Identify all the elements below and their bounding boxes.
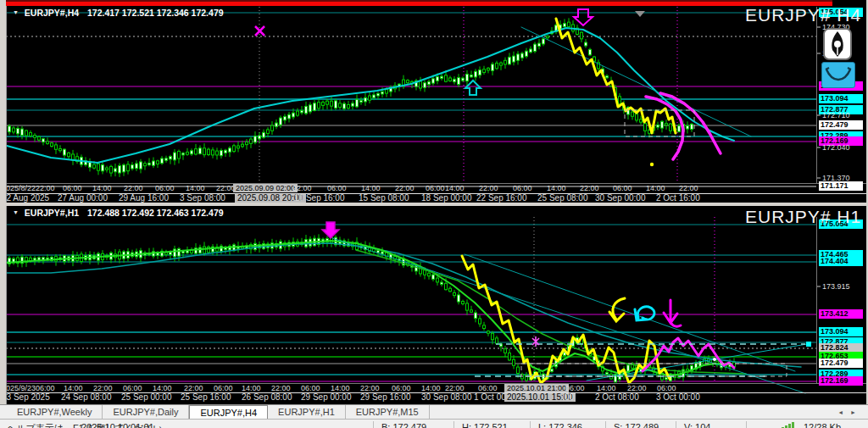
ohlc-values-h1: 172.488 172.492 172.463 172.479	[87, 208, 224, 218]
status-separator	[530, 421, 531, 428]
connection-signal-icon	[782, 422, 794, 428]
connection-alert-strip	[6, 2, 832, 6]
window-frame-left	[0, 0, 7, 428]
chart-title-h4: EURJPY# H4	[745, 5, 861, 25]
tab-scroll-right-icon[interactable]: ►	[850, 409, 856, 415]
ohlc-values-h4: 172.417 172.521 172.346 172.479	[87, 8, 224, 18]
panel-splitter[interactable]	[0, 203, 868, 206]
chart-tab-h1[interactable]: EURJPY#,H1	[268, 405, 346, 419]
status-separator	[373, 421, 374, 428]
status-segment: L: 172.346	[538, 422, 582, 428]
chart-panel-h4[interactable]: ▼ EURJPY#,H4 172.417 172.521 172.346 172…	[6, 0, 866, 203]
chart-title-h1: EURJPY# H1	[745, 207, 861, 227]
status-segment: 2025.10.10 01:01	[81, 422, 154, 428]
chart-tab-daily[interactable]: EURJPY#,Daily	[103, 405, 189, 419]
axis-row-separator	[6, 193, 866, 194]
status-segment: B: 172.479	[381, 422, 426, 428]
axis-separator	[6, 183, 866, 184]
axis-separator	[6, 383, 866, 384]
status-separator	[746, 421, 747, 428]
price-axis-border	[816, 217, 817, 383]
status-traffic: 12/28 Kb	[804, 422, 841, 428]
price-axis-border	[816, 7, 817, 183]
tab-scroll-left-icon[interactable]: ◄	[837, 409, 843, 415]
status-segment: H: 172.521	[462, 422, 508, 428]
symbol-period-h1: EURJPY#,H1	[25, 208, 79, 218]
status-separator	[453, 421, 454, 428]
chart-tab-weekly[interactable]: EURJPY#,Weekly	[7, 405, 103, 419]
collapse-triangle-icon[interactable]: ▼	[13, 209, 19, 215]
status-separator	[676, 421, 676, 428]
status-segment: S: 172.489	[614, 422, 659, 428]
chart-tab-h4[interactable]: EURJPY#,H4	[189, 405, 268, 419]
status-segment: V: 104	[684, 422, 710, 428]
quote-line-h1: ▼ EURJPY#,H1 172.488 172.492 172.463 172…	[13, 208, 224, 218]
pen-tool-icon[interactable]	[823, 28, 852, 60]
collapse-triangle-icon[interactable]: ▼	[13, 9, 19, 15]
quote-line-h4: ▼ EURJPY#,H4 172.417 172.521 172.346 172…	[13, 8, 224, 18]
curve-indicator-icon[interactable]	[821, 62, 855, 88]
status-separator	[605, 421, 606, 428]
axis-row-separator	[6, 392, 866, 393]
chart-panel-h1[interactable]: ▼ EURJPY#,H1 172.488 172.492 172.463 172…	[6, 206, 866, 404]
chart-tab-m15[interactable]: EURJPY#,M15	[346, 405, 430, 419]
chart-tab-bar: EURJPY#,WeeklyEURJPY#,DailyEURJPY#,H4EUR…	[0, 404, 868, 419]
status-bar: ヘルプ表示は、F1 を押してください 12/28 Kb 2025.10.10 0…	[0, 419, 868, 428]
symbol-period-h4: EURJPY#,H4	[25, 8, 79, 18]
